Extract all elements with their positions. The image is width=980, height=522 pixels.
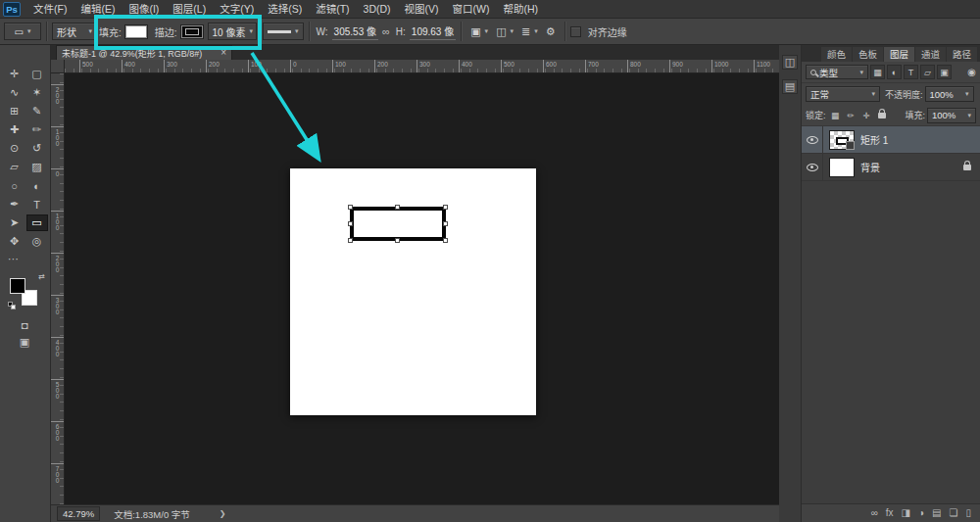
zoom-level-input[interactable]: 42.79% bbox=[57, 506, 100, 521]
delete-layer-icon[interactable]: ▯ bbox=[965, 508, 971, 518]
history-brush-tool[interactable]: ↺ bbox=[26, 140, 48, 157]
eraser-tool[interactable]: ▱ bbox=[4, 159, 25, 175]
eyedropper-tool[interactable]: ✎ bbox=[26, 103, 48, 119]
rectangle-tool[interactable]: ▭ bbox=[26, 214, 48, 231]
menu-item[interactable]: 窗口(W) bbox=[446, 3, 497, 15]
crop-tool[interactable]: ⊞ bbox=[4, 103, 25, 119]
gradient-tool[interactable]: ▨ bbox=[26, 159, 48, 175]
menu-item[interactable]: 选择(S) bbox=[261, 3, 309, 15]
docked-panel-icon-a[interactable]: ◫ bbox=[782, 55, 798, 70]
tool-mode-dropdown[interactable]: 形状 ▾ bbox=[52, 23, 97, 40]
type-tool[interactable]: T bbox=[26, 196, 48, 213]
blur-tool[interactable]: ○ bbox=[4, 177, 25, 194]
link-dimensions-icon[interactable]: ∞ bbox=[382, 25, 390, 37]
filter-adjustment-layers-icon[interactable]: ◐ bbox=[887, 65, 902, 79]
filter-smart-objects-icon[interactable]: ▣ bbox=[937, 65, 952, 79]
lock-position-icon[interactable]: ✛ bbox=[860, 109, 873, 121]
menu-item[interactable]: 帮助(H) bbox=[497, 3, 546, 15]
screen-mode-button[interactable]: ▣ bbox=[14, 335, 35, 350]
adjustment-layer-icon[interactable]: ◑ bbox=[918, 508, 924, 518]
shape-handle[interactable] bbox=[395, 205, 400, 210]
link-layers-icon[interactable]: ∞ bbox=[871, 508, 878, 518]
menu-item[interactable]: 文字(Y) bbox=[213, 3, 261, 15]
path-alignment-button[interactable]: ◫▾ bbox=[492, 23, 517, 40]
lasso-tool[interactable]: ∿ bbox=[4, 84, 25, 101]
foreground-color-swatch[interactable] bbox=[10, 278, 25, 294]
hand-tool[interactable]: ✥ bbox=[4, 233, 25, 250]
menu-item[interactable]: 文件(F) bbox=[26, 3, 74, 15]
panel-tab-图层[interactable]: 图层 bbox=[884, 47, 914, 62]
shape-handle[interactable] bbox=[348, 238, 353, 243]
path-arrange-button[interactable]: ≣▾ bbox=[517, 23, 542, 40]
filter-type-layers-icon[interactable]: T bbox=[904, 65, 918, 79]
canvas-viewport[interactable] bbox=[65, 73, 779, 504]
layer-row[interactable]: 背景 bbox=[802, 154, 980, 181]
path-select-tool[interactable]: ➤ bbox=[4, 214, 25, 231]
filter-pixel-layers-icon[interactable]: ▦ bbox=[870, 65, 885, 79]
panel-tab-通道[interactable]: 通道 bbox=[915, 47, 946, 62]
lock-all-icon[interactable] bbox=[876, 109, 889, 121]
drawn-rectangle-shape[interactable] bbox=[350, 207, 446, 241]
fill-color-swatch[interactable] bbox=[125, 25, 147, 38]
shape-handle[interactable] bbox=[348, 205, 353, 210]
menu-item[interactable]: 图层(L) bbox=[166, 3, 213, 15]
quick-mask-button[interactable]: ◘ bbox=[14, 317, 35, 332]
stroke-color-swatch[interactable] bbox=[181, 25, 203, 38]
document-tab[interactable]: 未标题-1 @ 42.9%(矩形 1, RGB/8#) × bbox=[56, 45, 232, 60]
shape-height-input[interactable]: 109.63 像 bbox=[410, 23, 456, 40]
filter-kind-dropdown[interactable]: 类型 ▾ bbox=[806, 65, 868, 79]
blend-mode-dropdown[interactable]: 正常 ▾ bbox=[806, 86, 880, 102]
shape-handle[interactable] bbox=[348, 221, 353, 226]
stroke-width-input[interactable]: 10 像素 ▾ bbox=[208, 23, 257, 40]
dodge-tool[interactable]: ◐ bbox=[26, 177, 48, 194]
quick-select-tool[interactable]: ✶ bbox=[26, 84, 48, 101]
menu-item[interactable]: 编辑(E) bbox=[74, 3, 122, 15]
document-canvas[interactable] bbox=[290, 168, 536, 415]
stroke-style-dropdown[interactable]: ▾ bbox=[263, 23, 304, 40]
menu-item[interactable]: 3D(D) bbox=[357, 3, 398, 15]
panel-tab-颜色[interactable]: 颜色 bbox=[821, 47, 852, 62]
zoom-tool[interactable]: ◎ bbox=[26, 233, 48, 250]
layer-thumbnail[interactable] bbox=[829, 130, 855, 150]
lock-transparency-icon[interactable]: ▦ bbox=[829, 109, 842, 121]
shape-handle[interactable] bbox=[443, 221, 448, 226]
new-layer-icon[interactable]: ❏ bbox=[950, 508, 958, 518]
filter-shape-layers-icon[interactable]: ▱ bbox=[920, 65, 935, 79]
default-colors-icon[interactable] bbox=[8, 302, 18, 309]
shape-width-input[interactable]: 305.53 像 bbox=[332, 23, 378, 40]
tool-preset-button[interactable]: ▭ ▾ bbox=[4, 23, 41, 40]
healing-brush-tool[interactable]: ✚ bbox=[4, 121, 25, 138]
docked-panel-icon-b[interactable]: ▤ bbox=[782, 79, 798, 94]
status-options-chevron-icon[interactable]: ❯ bbox=[220, 509, 226, 518]
visibility-toggle[interactable] bbox=[802, 154, 823, 180]
clone-stamp-tool[interactable]: ⊙ bbox=[4, 140, 25, 157]
lock-pixels-icon[interactable]: ✏ bbox=[845, 109, 858, 121]
menu-item[interactable]: 滤镜(T) bbox=[309, 3, 356, 15]
pen-tool[interactable]: ✒ bbox=[4, 196, 25, 213]
close-icon[interactable]: × bbox=[220, 48, 226, 58]
shape-handle[interactable] bbox=[395, 238, 400, 243]
app-logo[interactable]: Ps bbox=[3, 2, 21, 17]
path-operations-button[interactable]: ▣▾ bbox=[466, 23, 492, 40]
marquee-tool[interactable]: ▢ bbox=[26, 66, 48, 82]
visibility-toggle[interactable] bbox=[802, 126, 823, 153]
panel-tab-色板[interactable]: 色板 bbox=[853, 47, 883, 62]
menu-item[interactable]: 视图(V) bbox=[398, 3, 446, 15]
shape-handle[interactable] bbox=[443, 205, 448, 210]
menu-item[interactable]: 图像(I) bbox=[122, 3, 166, 15]
brush-tool[interactable]: ✏ bbox=[26, 121, 48, 138]
panel-tab-路径[interactable]: 路径 bbox=[947, 47, 977, 62]
move-tool[interactable]: ✛ bbox=[4, 66, 25, 82]
layer-row[interactable]: 矩形 1 bbox=[802, 126, 980, 154]
layer-thumbnail[interactable] bbox=[829, 158, 855, 177]
swap-colors-icon[interactable]: ⇄ bbox=[38, 272, 45, 281]
align-edges-checkbox[interactable] bbox=[570, 26, 581, 37]
opacity-input[interactable]: 100% ▾ bbox=[925, 86, 974, 102]
shape-handle[interactable] bbox=[443, 238, 448, 243]
layer-style-icon[interactable]: fx bbox=[886, 508, 894, 518]
layer-mask-icon[interactable]: ◨ bbox=[902, 508, 910, 518]
tool-settings-gear-button[interactable]: ⚙ bbox=[542, 23, 560, 40]
filter-toggle-icon[interactable]: ◉ bbox=[967, 67, 976, 77]
more-tools-icon[interactable]: ⋯ bbox=[8, 253, 19, 265]
layer-group-icon[interactable]: ▤ bbox=[932, 508, 941, 518]
